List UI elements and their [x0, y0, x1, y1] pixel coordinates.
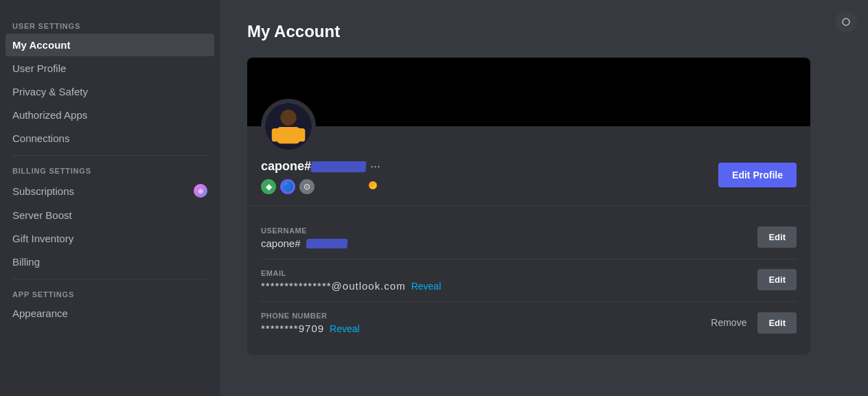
email-info-row: EMAIL ***************@outlook.com Reveal…	[261, 259, 797, 302]
username-value: capone#	[261, 237, 347, 249]
svg-point-0	[843, 19, 849, 25]
sidebar-item-connections[interactable]: Connections	[5, 127, 214, 150]
sidebar-item-label: Gift Inventory	[12, 233, 73, 244]
edit-profile-button[interactable]: Edit Profile	[718, 163, 797, 187]
email-value: ***************@outlook.com Reveal	[261, 280, 441, 292]
sidebar-item-label: Privacy & Safety	[12, 86, 88, 97]
username-info-left: USERNAME capone#	[261, 226, 347, 249]
divider-app	[12, 279, 207, 279]
info-section: USERNAME capone# Edit EMAIL ************…	[247, 205, 810, 355]
billing-settings-label: BILLING SETTINGS	[5, 161, 214, 178]
sidebar-item-label: Server Boost	[12, 209, 72, 221]
avatar-svg	[265, 103, 312, 150]
phone-info-row: PHONE NUMBER ********9709 Reveal Remove …	[261, 302, 797, 344]
sidebar-item-label: Appearance	[12, 307, 68, 319]
badge-nitro-icon: 🔵	[280, 179, 295, 194]
phone-remove-button[interactable]: Remove	[705, 312, 752, 334]
sidebar-item-my-account[interactable]: My Account	[5, 34, 214, 56]
sidebar-item-appearance[interactable]: Appearance	[5, 302, 214, 325]
main-content: My Account	[220, 0, 868, 396]
sidebar-item-server-boost[interactable]: Server Boost	[5, 204, 214, 226]
sidebar-item-billing[interactable]: Billing	[5, 251, 214, 273]
sidebar-item-label: User Profile	[12, 62, 66, 74]
divider-billing	[12, 155, 207, 156]
sidebar-item-subscriptions[interactable]: Subscriptions ⊕	[5, 178, 214, 203]
badges-row: ◆ 🔵 ⊙	[261, 179, 380, 194]
sidebar-item-user-profile[interactable]: User Profile	[5, 57, 214, 80]
sidebar-item-label: Subscriptions	[12, 185, 74, 197]
username-display: capone#	[261, 159, 366, 174]
avatar-section: 🌙 capone# ··· ◆ 🔵 ⊙	[261, 99, 380, 194]
svg-rect-4	[272, 128, 282, 141]
username-dots: ···	[370, 159, 380, 174]
nitro-badge-icon: ⊕	[194, 184, 207, 198]
sidebar: USER SETTINGS My Account User Profile Pr…	[0, 0, 220, 396]
badge-other-icon: ⊙	[299, 179, 315, 194]
page-title: My Account	[247, 22, 841, 41]
svg-point-2	[280, 110, 296, 126]
username-label: USERNAME	[261, 226, 347, 235]
profile-card: 🌙 capone# ··· ◆ 🔵 ⊙ Edit Profile	[247, 58, 810, 355]
app-settings-label: APP SETTINGS	[5, 285, 214, 301]
phone-label: PHONE NUMBER	[261, 312, 360, 320]
username-actions: Edit	[757, 226, 797, 248]
scroll-button[interactable]	[835, 11, 857, 33]
username-info-row: USERNAME capone# Edit	[261, 217, 797, 259]
badge-hypesquad-icon: ◆	[261, 179, 276, 194]
username-value-redacted	[306, 239, 347, 248]
scroll-icon	[842, 18, 850, 26]
sidebar-item-label: Billing	[12, 256, 40, 268]
sidebar-item-privacy-safety[interactable]: Privacy & Safety	[5, 80, 214, 103]
sidebar-item-gift-inventory[interactable]: Gift Inventory	[5, 227, 214, 250]
sidebar-item-label: My Account	[12, 39, 70, 51]
phone-info-left: PHONE NUMBER ********9709 Reveal	[261, 312, 360, 334]
email-reveal-link[interactable]: Reveal	[411, 281, 442, 292]
email-info-left: EMAIL ***************@outlook.com Reveal	[261, 269, 441, 292]
phone-actions: Remove Edit	[705, 312, 797, 334]
username-row: capone# ···	[261, 159, 380, 174]
profile-header: 🌙 capone# ··· ◆ 🔵 ⊙ Edit Profile	[247, 126, 810, 205]
phone-value: ********9709 Reveal	[261, 323, 360, 334]
sidebar-item-label: Authorized Apps	[12, 109, 87, 121]
email-label: EMAIL	[261, 269, 441, 277]
sidebar-item-authorized-apps[interactable]: Authorized Apps	[5, 104, 214, 126]
svg-rect-5	[296, 128, 306, 141]
username-edit-button[interactable]: Edit	[757, 226, 797, 248]
username-redacted	[310, 161, 366, 172]
sidebar-item-label: Connections	[12, 132, 69, 144]
email-edit-button[interactable]: Edit	[757, 269, 797, 290]
user-settings-label: USER SETTINGS	[5, 16, 214, 33]
phone-edit-button[interactable]: Edit	[757, 312, 797, 334]
email-actions: Edit	[757, 269, 797, 290]
phone-reveal-link[interactable]: Reveal	[330, 323, 360, 334]
avatar-status: 🌙	[367, 179, 379, 191]
avatar	[261, 99, 316, 154]
